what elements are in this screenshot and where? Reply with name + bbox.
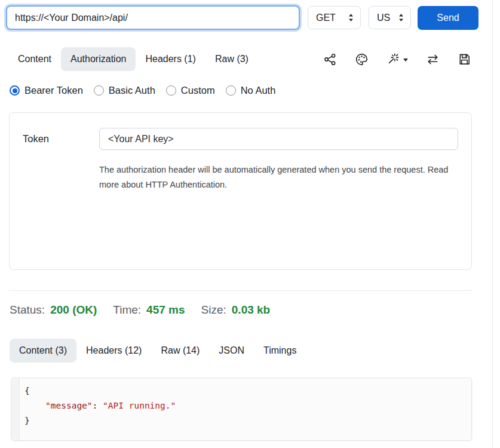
share-icon[interactable] — [323, 53, 337, 66]
time-value: 457 ms — [146, 303, 185, 317]
token-label: Token — [23, 133, 99, 145]
resp-tab-headers[interactable]: Headers (12) — [76, 339, 151, 363]
radio-label: No Auth — [241, 85, 276, 96]
radio-label: Basic Auth — [109, 85, 155, 96]
json-brace: { — [24, 386, 30, 395]
json-brace: } — [24, 416, 30, 425]
resp-tab-json[interactable]: JSON — [209, 339, 254, 363]
tab-headers[interactable]: Headers (1) — [136, 47, 205, 71]
radio-label: Bearer Token — [24, 85, 83, 96]
radio-unselected-icon — [166, 85, 176, 96]
magic-wand-icon[interactable] — [386, 53, 408, 66]
json-separator: : — [93, 401, 103, 410]
status-label: Status: — [10, 303, 45, 317]
palette-icon[interactable] — [355, 53, 369, 66]
method-select-value: GET — [316, 13, 336, 23]
swap-arrows-icon[interactable] — [426, 53, 440, 66]
url-input[interactable] — [6, 5, 300, 30]
size-value: 0.03 kb — [232, 303, 270, 317]
radio-unselected-icon — [226, 85, 236, 96]
request-tabs: Content Authorization Headers (1) Raw (3… — [8, 47, 258, 71]
radio-basic-auth[interactable]: Basic Auth — [94, 85, 155, 96]
resp-tab-raw[interactable]: Raw (14) — [151, 339, 209, 363]
json-string-value: "API running." — [103, 401, 176, 410]
response-body-viewer[interactable]: {"message": "API running."} — [11, 378, 472, 441]
radio-custom[interactable]: Custom — [166, 85, 215, 96]
request-bar: GET US Send — [6, 5, 500, 30]
radio-unselected-icon — [94, 85, 104, 96]
save-icon[interactable] — [458, 53, 471, 66]
region-select-value: US — [377, 13, 390, 23]
section-divider — [9, 290, 472, 291]
dropdown-caret-icon — [403, 59, 408, 62]
code-gutter — [11, 378, 20, 440]
resp-tab-timings[interactable]: Timings — [254, 339, 306, 363]
resp-tab-content[interactable]: Content (3) — [10, 339, 76, 363]
token-row: Token — [23, 128, 458, 150]
select-updown-icon — [398, 13, 404, 22]
method-select[interactable]: GET — [308, 6, 361, 29]
response-summary: Status: 200 (OK) Time: 457 ms Size: 0.03… — [10, 303, 500, 317]
time-label: Time: — [113, 303, 141, 317]
toolbar-icons — [323, 53, 500, 66]
select-updown-icon — [348, 13, 354, 22]
status-value: 200 (OK) — [50, 303, 97, 317]
response-tabs: Content (3) Headers (12) Raw (14) JSON T… — [10, 339, 500, 363]
code-line: "message": "API running." — [24, 398, 176, 413]
auth-type-options: Bearer Token Basic Auth Custom No Auth — [10, 85, 500, 96]
response-json-code: {"message": "API running."} — [20, 378, 176, 440]
tab-content[interactable]: Content — [8, 47, 61, 71]
page-edge-divider — [492, 0, 493, 448]
send-button[interactable]: Send — [418, 6, 478, 30]
token-panel: Token The authorization header will be a… — [9, 112, 472, 270]
size-label: Size: — [201, 303, 226, 317]
json-key: "message" — [45, 401, 93, 410]
token-input[interactable] — [99, 128, 458, 150]
code-line: } — [24, 413, 176, 428]
radio-bearer-token[interactable]: Bearer Token — [10, 85, 83, 96]
tab-raw[interactable]: Raw (3) — [205, 47, 258, 71]
region-select[interactable]: US — [369, 6, 411, 29]
tab-authorization[interactable]: Authorization — [61, 47, 136, 71]
code-line: { — [24, 383, 176, 398]
token-help-text: The authorization header will be automat… — [99, 162, 458, 192]
request-tab-row: Content Authorization Headers (1) Raw (3… — [8, 47, 500, 71]
radio-no-auth[interactable]: No Auth — [226, 85, 276, 96]
radio-selected-icon — [10, 85, 20, 96]
radio-label: Custom — [181, 85, 215, 96]
